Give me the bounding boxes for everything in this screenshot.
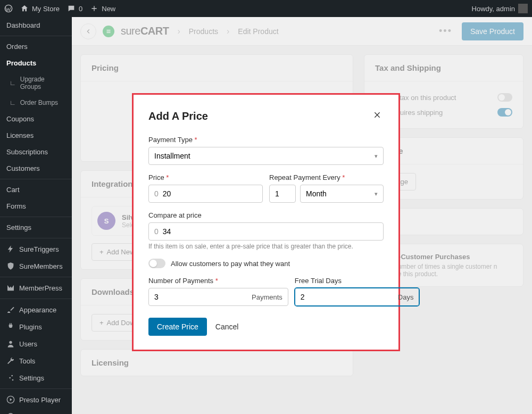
- user-icon: [6, 340, 15, 348]
- comment-icon: [67, 4, 76, 13]
- price-label: Price *: [148, 173, 263, 181]
- num-payments-label: Number of Payments *: [148, 277, 288, 285]
- sidebar-memberpress[interactable]: MemberPress: [0, 279, 72, 296]
- pay-what-want-toggle[interactable]: [148, 259, 165, 268]
- compare-input[interactable]: [163, 223, 378, 240]
- brush-icon: [6, 305, 15, 314]
- sidebar-coupons[interactable]: Coupons: [0, 111, 72, 127]
- sidebar-upgrade-groups[interactable]: ∟Upgrade Groups: [0, 71, 72, 95]
- sidebar-appearance[interactable]: Appearance: [0, 301, 72, 318]
- add-price-modal: Add A Price Payment Type * Installment ▾…: [132, 93, 400, 351]
- sidebar-settings[interactable]: Settings: [0, 219, 72, 236]
- svg-point-3: [9, 377, 11, 379]
- trial-wrap[interactable]: Days: [295, 288, 420, 306]
- bolt-icon: [6, 245, 15, 253]
- play-icon: [6, 395, 15, 404]
- pay-what-want-label: Allow customers to pay what they want: [171, 260, 290, 268]
- trial-label: Free Trial Days: [295, 277, 420, 285]
- compare-prefix: 0: [154, 227, 163, 236]
- sidebar-customers[interactable]: Customers: [0, 160, 72, 177]
- wrench-icon: [6, 357, 15, 365]
- admin-sidebar: Dashboard Orders Products ∟Upgrade Group…: [0, 17, 72, 414]
- comments-link[interactable]: 0: [67, 4, 82, 13]
- compare-label: Compare at price: [148, 211, 384, 219]
- comments-count: 0: [79, 5, 82, 13]
- chevron-down-icon: ▾: [375, 191, 378, 197]
- payment-type-select[interactable]: Installment ▾: [148, 147, 384, 165]
- close-icon: [373, 111, 381, 119]
- site-link[interactable]: My Store: [20, 4, 60, 13]
- new-link[interactable]: New: [90, 4, 115, 13]
- sidebar-subscriptions[interactable]: Subscriptions: [0, 144, 72, 160]
- sidebar-order-bumps[interactable]: ∟Order Bumps: [0, 95, 72, 111]
- sidebar-dashboard[interactable]: Dashboard: [0, 17, 72, 34]
- sidebar-tools[interactable]: Tools: [0, 352, 72, 369]
- price-prefix: 0: [154, 189, 163, 198]
- compare-help: If this item is on sale, enter a pre-sal…: [148, 243, 384, 250]
- svg-point-2: [11, 375, 13, 377]
- sidebar-suretriggers[interactable]: SureTriggers: [0, 241, 72, 258]
- create-price-button[interactable]: Create Price: [148, 318, 207, 336]
- svg-point-1: [9, 341, 12, 344]
- sidebar-licenses[interactable]: Licenses: [0, 127, 72, 144]
- admin-bar: My Store 0 New Howdy, admin: [0, 0, 532, 17]
- repeat-unit-value: Month: [306, 189, 327, 198]
- days-suffix: Days: [394, 293, 414, 301]
- num-payments-input[interactable]: [154, 288, 247, 305]
- chevron-down-icon: ▾: [375, 153, 378, 160]
- trial-input[interactable]: [301, 288, 394, 305]
- howdy-text: Howdy, admin: [472, 5, 515, 13]
- price-input-wrap[interactable]: 0: [148, 185, 263, 203]
- home-icon: [20, 4, 29, 13]
- sidebar-forms[interactable]: Forms: [0, 198, 72, 214]
- sidebar-settings2[interactable]: Settings: [0, 369, 72, 386]
- avatar: [518, 4, 528, 13]
- compare-input-wrap[interactable]: 0: [148, 222, 384, 241]
- plus-icon: [90, 4, 98, 13]
- m-icon: [6, 284, 15, 292]
- repeat-label: Repeat Payment Every *: [269, 173, 384, 181]
- num-payments-wrap[interactable]: Payments: [148, 288, 288, 306]
- sidebar-collapse[interactable]: Collapse menu: [0, 408, 72, 414]
- sidebar-users[interactable]: Users: [0, 335, 72, 352]
- cancel-button[interactable]: Cancel: [215, 322, 239, 331]
- price-input[interactable]: [163, 185, 257, 202]
- sidebar-plugins[interactable]: Plugins: [0, 318, 72, 335]
- sidebar-orders[interactable]: Orders: [0, 38, 72, 55]
- repeat-number-input[interactable]: 1: [269, 185, 296, 203]
- payments-suffix: Payments: [247, 293, 282, 301]
- wp-logo[interactable]: [4, 4, 13, 13]
- sidebar-cart[interactable]: Cart: [0, 181, 72, 198]
- close-button[interactable]: [371, 109, 384, 124]
- repeat-unit-select[interactable]: Month ▾: [300, 185, 384, 203]
- plug-icon: [6, 322, 15, 331]
- payment-type-label: Payment Type *: [148, 136, 384, 144]
- payment-type-value: Installment: [154, 152, 190, 160]
- sidebar-presto[interactable]: Presto Player: [0, 391, 72, 408]
- modal-title: Add A Price: [148, 110, 208, 122]
- site-name: My Store: [32, 5, 60, 13]
- sidebar-products[interactable]: Products: [0, 55, 72, 71]
- sliders-icon: [6, 374, 15, 382]
- howdy-link[interactable]: Howdy, admin: [472, 4, 528, 13]
- svg-point-4: [12, 379, 14, 381]
- new-label: New: [102, 5, 115, 13]
- shield-icon: [6, 262, 15, 270]
- sidebar-suremembers[interactable]: SureMembers: [0, 258, 72, 275]
